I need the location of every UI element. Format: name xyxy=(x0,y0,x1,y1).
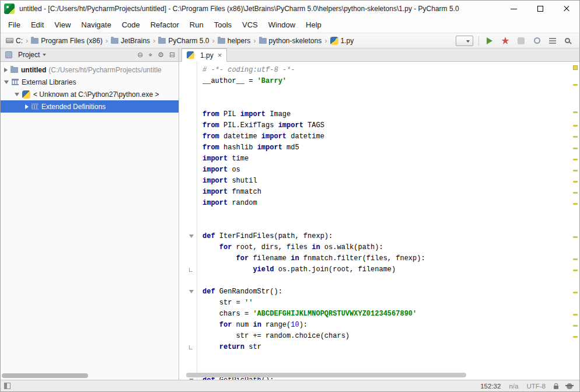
code-area[interactable]: # -*- coding:utf-8 -*-__author__ = 'Barr… xyxy=(202,65,570,380)
tree-item-label: Extended Definitions xyxy=(41,103,106,111)
chevron-down-icon[interactable] xyxy=(4,80,9,84)
fold-open-icon[interactable] xyxy=(189,235,194,238)
editor-tab-1py[interactable]: 1.py × xyxy=(181,48,227,62)
code-line: from PIL import Image xyxy=(202,109,570,120)
menu-item-file[interactable]: File xyxy=(3,17,26,33)
code-line: for num in range(10): xyxy=(202,320,570,331)
chevron-separator-icon: › xyxy=(324,36,327,45)
fold-end-icon[interactable] xyxy=(189,345,193,349)
hector-inspections-icon[interactable] xyxy=(567,383,572,389)
profile-button[interactable] xyxy=(532,36,542,46)
run-config-select[interactable] xyxy=(456,36,473,46)
line-separator-indicator[interactable]: n/a xyxy=(509,383,518,390)
magnifier-icon xyxy=(565,38,570,43)
folder-icon xyxy=(158,38,166,44)
navbar-actions xyxy=(456,36,576,46)
search-everywhere-button[interactable] xyxy=(563,36,574,46)
breadcrumb-item[interactable]: PyCharm 5.0 xyxy=(156,36,211,46)
tab-label: 1.py xyxy=(200,51,214,60)
fold-end-icon[interactable] xyxy=(189,268,193,272)
tree-item-path: (C:/Users/ht/PycharmProjects/untitle xyxy=(48,66,161,74)
title-bar: untitled - [C:/Users/ht/PycharmProjects/… xyxy=(1,1,579,17)
readonly-lock-icon[interactable] xyxy=(554,386,558,389)
tree-item-label: untitled xyxy=(21,66,46,74)
event-log-button[interactable] xyxy=(547,36,558,46)
breadcrumb-label: C: xyxy=(16,37,23,45)
tab-close-icon[interactable]: × xyxy=(218,51,222,59)
settings-icon[interactable]: ⚙ xyxy=(158,51,164,58)
breadcrumb-item[interactable]: python-skeletons xyxy=(257,36,324,46)
editor-horizontal-scrollbar[interactable] xyxy=(179,373,571,378)
file-encoding[interactable]: UTF-8 xyxy=(526,383,546,390)
warning-stripe-mark xyxy=(573,314,578,316)
menu-item-vcs[interactable]: VCS xyxy=(237,17,263,33)
menu-item-code[interactable]: Code xyxy=(117,17,145,33)
breadcrumb-item[interactable]: helpers xyxy=(216,36,252,46)
error-stripe[interactable] xyxy=(571,62,579,380)
menu-item-navigate[interactable]: Navigate xyxy=(76,17,116,33)
breadcrumb-item[interactable]: C: xyxy=(4,36,25,46)
warning-stripe-mark xyxy=(573,270,578,271)
chevron-down-icon[interactable] xyxy=(15,93,19,96)
menu-item-refactor[interactable]: Refactor xyxy=(145,17,184,33)
python-icon xyxy=(330,37,338,45)
caret-position[interactable]: 152:32 xyxy=(480,383,501,390)
code-line: str = '' xyxy=(202,298,570,309)
minimize-button[interactable] xyxy=(501,1,527,17)
toolwindow-switcher-icon[interactable] xyxy=(4,383,11,389)
fold-open-icon[interactable] xyxy=(189,290,194,293)
project-panel-title[interactable]: Project xyxy=(18,51,40,59)
collapse-all-icon[interactable]: ⊖ xyxy=(137,51,143,58)
maximize-button[interactable] xyxy=(527,1,553,17)
window-controls xyxy=(501,1,579,17)
warning-stripe-mark xyxy=(573,258,578,260)
python-file-icon xyxy=(187,51,194,59)
code-line xyxy=(202,209,570,220)
run-button[interactable] xyxy=(484,36,495,46)
menu-item-edit[interactable]: Edit xyxy=(26,17,49,33)
breadcrumb-label: PyCharm 5.0 xyxy=(168,37,209,45)
project-horizontal-scrollbar[interactable] xyxy=(1,373,179,379)
editor[interactable]: # -*- coding:utf-8 -*-__author__ = 'Barr… xyxy=(179,62,579,380)
locate-icon[interactable]: ⌖ xyxy=(148,51,152,58)
window-title: untitled - [C:/Users/ht/PycharmProjects/… xyxy=(19,5,501,13)
warning-stripe-mark xyxy=(573,148,578,149)
chevron-right-icon[interactable] xyxy=(25,104,29,109)
debug-button[interactable] xyxy=(516,36,526,46)
menu-item-run[interactable]: Run xyxy=(184,17,209,33)
code-line: yield os.path.join(root, filename) xyxy=(202,264,570,275)
warning-stripe-mark xyxy=(573,125,578,127)
tree-item[interactable]: < Unknown at C:\Python27\python.exe > xyxy=(1,88,179,100)
menu-item-tools[interactable]: Tools xyxy=(209,17,237,33)
menu-item-help[interactable]: Help xyxy=(301,17,327,33)
warning-stripe-mark xyxy=(573,181,578,183)
breadcrumb-item[interactable]: JetBrains xyxy=(109,36,152,46)
scrollbar-thumb[interactable] xyxy=(186,373,466,377)
chevron-separator-icon: › xyxy=(212,36,214,45)
chevron-separator-icon: › xyxy=(153,36,155,45)
chevron-right-icon[interactable] xyxy=(4,68,8,72)
tree-item[interactable]: Extended Definitions xyxy=(1,100,179,113)
menu-bar: FileEditViewNavigateCodeRefactorRunTools… xyxy=(1,17,579,33)
libs-icon xyxy=(32,103,39,110)
menu-item-view[interactable]: View xyxy=(49,17,76,33)
warning-stripe-mark xyxy=(573,111,578,113)
close-button[interactable] xyxy=(553,1,579,17)
breadcrumb-item[interactable]: 1.py xyxy=(329,36,356,46)
scrollbar-thumb[interactable] xyxy=(2,373,88,378)
breadcrumb: C:›Program Files (x86)›JetBrains›PyCharm… xyxy=(4,36,456,46)
python-icon xyxy=(22,90,30,99)
chevron-down-icon[interactable] xyxy=(43,54,46,56)
drive-icon xyxy=(6,38,13,43)
warning-stripe-mark xyxy=(573,136,578,138)
tree-item-label: < Unknown at C:\Python27\python.exe > xyxy=(33,90,159,99)
tree-item[interactable]: untitled(C:/Users/ht/PycharmProjects/unt… xyxy=(1,64,179,76)
coverage-button[interactable] xyxy=(500,36,511,46)
breadcrumb-item[interactable]: Program Files (x86) xyxy=(29,36,104,46)
menu-item-window[interactable]: Window xyxy=(263,17,301,33)
code-line: def IterFindFiles(path, fnexp): xyxy=(202,231,570,242)
tree-item[interactable]: External Libraries xyxy=(1,76,179,88)
hide-icon[interactable]: ⊟ xyxy=(169,51,175,58)
chevron-separator-icon: › xyxy=(106,36,108,45)
code-line: __author__ = 'Barry' xyxy=(202,76,570,87)
